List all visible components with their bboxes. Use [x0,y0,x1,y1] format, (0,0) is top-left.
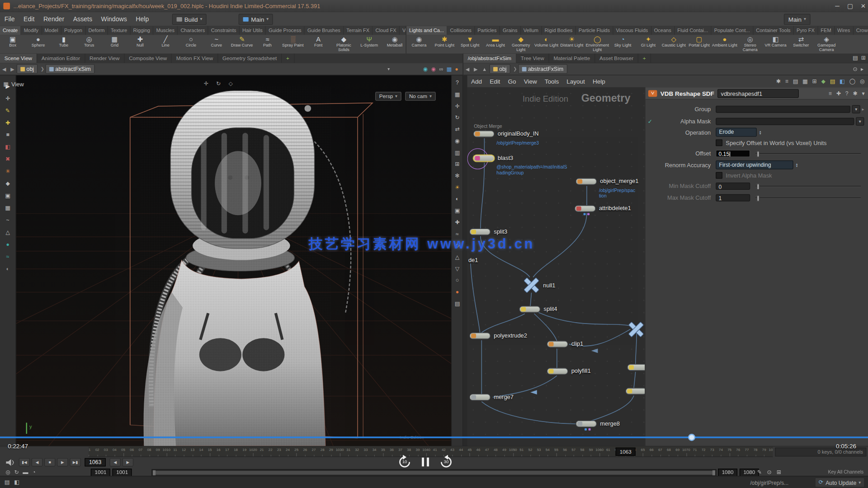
help-icon[interactable]: ? [456,80,459,86]
shelf-tool[interactable]: ✱Point Light [432,35,457,54]
shelf-tool[interactable]: ▬Area Light [483,35,508,54]
network-menu-item[interactable]: Go [504,75,520,88]
breadcrumb-root[interactable]: obj [489,64,510,74]
color-palette-icon[interactable]: ◆ [821,77,825,86]
slider-handle[interactable] [757,195,760,201]
light-icon[interactable]: ☀ [455,184,460,191]
forward-icon[interactable]: ▸ [861,65,863,74]
shelf-tab[interactable]: Populate Cont... [712,26,754,35]
shelf-tool[interactable]: ☀Distant Light [559,35,585,54]
edit-icon[interactable]: ✎ [5,108,10,114]
shelf-tool[interactable]: ~Curve [204,35,229,54]
parameter-input[interactable] [716,117,854,125]
range-slider-handle-right[interactable] [712,470,715,475]
pin-icon[interactable]: ✚ [836,89,841,98]
shelf-tab[interactable]: Crowds [854,26,868,35]
wrench-icon[interactable]: ✱ [776,77,781,86]
range-start-field-2[interactable]: 1001 [113,469,132,476]
shelf-tab[interactable]: Particle Fluids [576,26,613,35]
range-slider[interactable] [152,469,717,476]
side-chevron-icon[interactable]: ▸ [862,107,864,112]
network-menu-item[interactable]: Help [589,75,609,88]
shelf-tool[interactable]: ◯Environment Light [585,35,610,54]
back-icon[interactable]: ◀ [0,66,8,71]
shelf-tab[interactable]: Create [0,26,21,35]
jump-start-button[interactable]: ▮◀ [19,458,30,466]
network-node[interactable] [576,421,597,427]
close-button[interactable]: ✕ [861,3,866,10]
search-icon[interactable]: ◯ [849,77,855,86]
sparkle-icon[interactable]: ✻ [455,173,459,179]
network-menu-item[interactable]: View [520,75,541,88]
message-icon[interactable]: ◧ [14,478,19,487]
network-node[interactable] [626,388,645,394]
curve-tool-icon[interactable]: ~ [6,217,9,224]
sphere-tool-icon[interactable]: ● [6,241,9,248]
shelf-tab[interactable]: Guide Brushes [305,26,344,35]
shelf-tool[interactable]: ◆Platonic Solids [331,35,356,54]
shelf-tab[interactable]: Polygon [61,26,85,35]
shelf-tab[interactable]: Container Tools [753,26,794,35]
pane-menu-icon[interactable]: ▤ [853,54,858,63]
paint-icon[interactable]: ✚ [5,119,10,126]
shelf-tab[interactable]: Oceans [651,26,675,35]
range-slider-handle-left[interactable] [153,470,156,475]
dropdown-arrow-icon[interactable]: ▼ [856,117,864,125]
spinner-icon[interactable]: ▲▼ [759,130,762,135]
shelf-tool[interactable]: ◇Caustic Light [661,35,686,54]
shelf-tab[interactable]: Constraints [208,26,240,35]
breadcrumb-node[interactable]: abstractFxSim [518,64,567,74]
shelf-tool[interactable]: ●Ambient Light [712,35,737,54]
shelf-tab[interactable]: FEM [818,26,835,35]
shelf-tool[interactable]: ▣Box [0,35,25,54]
desktop-dropdown[interactable]: Main ▾ [784,14,811,24]
shade-icon[interactable]: ▥ [455,150,460,156]
forward-icon[interactable]: ▶ [8,66,16,71]
shadow-icon[interactable]: ◐ [456,196,459,202]
spinner-icon[interactable]: ▲▼ [796,163,798,167]
add-tab-icon[interactable]: + [282,54,294,63]
dots-grid-icon[interactable]: ⊞ [812,77,816,86]
build-shelf-dropdown[interactable]: Build ▾ [172,14,207,24]
parameter-value-field[interactable]: 0 [716,182,750,189]
pane-tab[interactable]: Composite View [124,54,172,63]
network-node[interactable] [473,155,495,162]
shelf-tab[interactable]: Model [42,26,61,35]
network-node[interactable] [547,368,568,375]
shelf-tab[interactable]: Grains [500,26,521,35]
grid-icon[interactable]: ▦ [455,91,460,98]
translate-icon[interactable]: ✛ [5,95,10,102]
parameter-value-field[interactable]: 1 [716,194,750,201]
range-end-field[interactable]: 1080 [718,469,737,476]
next-key-button[interactable]: ▶ [123,458,133,466]
shelf-tab[interactable]: Collisions [447,26,475,35]
up-icon[interactable]: ▲ [480,66,489,71]
shelf-tool[interactable]: ◐Volume Light [533,35,559,54]
network-node[interactable] [469,394,491,401]
shelf-tool[interactable]: ◉Metaball [382,35,406,54]
shelf-tool[interactable]: AFont [306,35,331,54]
shelf-tab[interactable]: Cloud FX [373,26,399,35]
volume-icon[interactable] [5,459,15,466]
auto-update-dropdown[interactable]: ⟳ Auto Update ▾ [815,478,864,488]
range-start-field[interactable]: 1001 [91,469,110,476]
misc-tool-icon[interactable]: ◐ [6,266,9,272]
presets-icon[interactable]: ≡ [829,89,832,98]
gear-icon[interactable]: ✱ [853,89,857,98]
network-menu-item[interactable]: Add [467,75,486,88]
video-progress-knob[interactable] [688,434,695,441]
mirror-icon[interactable]: ◧ [5,144,10,150]
key-all-channels-label[interactable]: Key All Channels [802,469,863,474]
stop-button[interactable]: ■ [44,458,55,466]
shelf-tool[interactable]: ●Sphere [25,35,51,54]
box-display-icon[interactable]: ▣ [455,207,460,214]
pane-split-icon[interactable]: ⊞ [861,54,866,63]
network-node[interactable] [519,306,541,313]
path-dropdown-icon[interactable]: ▾ [387,66,390,71]
delete-icon[interactable]: ✖ [5,156,10,163]
video-progress-bar[interactable] [0,436,868,438]
pin-icon[interactable]: ⊙ [853,65,857,74]
help-icon[interactable]: ? [845,89,849,98]
shelf-tool[interactable]: ◉Camera [406,35,432,54]
parameter-input[interactable] [716,105,850,113]
